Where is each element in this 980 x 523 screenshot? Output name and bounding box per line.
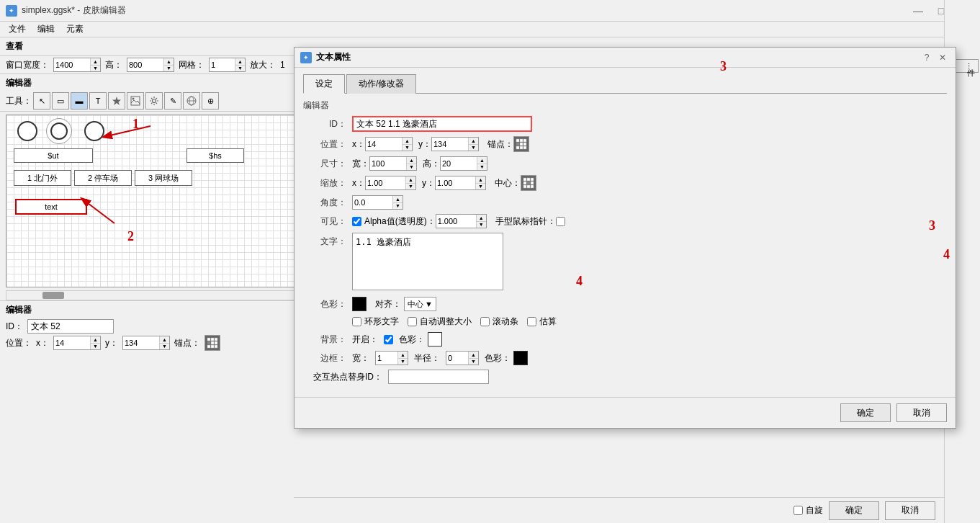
dialog-color-row: 色彩： 对齐： 中心 ▼ [303, 297, 947, 311]
estimate-label[interactable]: 估算 [527, 316, 557, 328]
dialog-alpha-down[interactable]: ▼ [477, 222, 486, 228]
dialog-border-radius-field[interactable] [446, 352, 468, 365]
dialog-x-down[interactable]: ▼ [403, 145, 412, 151]
dialog-y-up[interactable]: ▲ [469, 138, 478, 145]
svg-rect-34 [523, 146, 526, 149]
dialog-visible-checkbox[interactable] [352, 217, 361, 226]
dialog-close-btn[interactable]: ✕ [935, 51, 950, 64]
dialog-confirm-btn[interactable]: 确定 [840, 403, 891, 422]
dialog-alpha-input[interactable]: ▲ ▼ [436, 214, 487, 228]
dialog-x-input[interactable]: ▲ ▼ [365, 137, 413, 151]
svg-rect-43 [531, 185, 534, 188]
dialog-text-area[interactable] [352, 233, 503, 290]
dialog-border-width-label: 宽： [352, 352, 369, 365]
dialog-border-color-swatch[interactable] [513, 351, 528, 365]
dialog-scale-y-input[interactable]: ▲ ▼ [435, 176, 486, 190]
dialog-border-radius-label: 半径： [414, 352, 440, 365]
dialog-height-up[interactable]: ▲ [477, 157, 487, 164]
svg-rect-33 [520, 146, 523, 149]
dialog-border-width-up[interactable]: ▲ [398, 352, 408, 359]
dialog-width-down[interactable]: ▼ [407, 164, 416, 171]
dialog-cursor-checkbox[interactable] [556, 217, 565, 226]
tab-actions[interactable]: 动作/修改器 [346, 74, 416, 94]
dialog-visible-row: 可见： Alpha值(透明度)： ▲ ▼ 手型鼠标指针： [303, 214, 947, 228]
dialog-bg-open-check-label[interactable] [384, 335, 393, 344]
dialog-title-bar: ✦ 文本属性 ? ✕ [295, 48, 956, 68]
dialog-scale-label: 缩放： [303, 177, 346, 189]
dialog-scale-y-down[interactable]: ▼ [476, 184, 485, 190]
dialog-cancel-btn[interactable]: 取消 [896, 403, 947, 422]
dialog-width-up[interactable]: ▲ [407, 157, 416, 164]
dialog-height-field[interactable] [441, 157, 477, 170]
dialog-overlay: ✦ 文本属性 ? ✕ 设定 动作/修改器 编辑器 ID： [0, 0, 980, 523]
auto-resize-checkbox[interactable] [408, 317, 417, 326]
dialog-align-value: 中心 [408, 299, 423, 310]
dialog-x-label: x： [352, 138, 365, 151]
svg-rect-35 [523, 178, 526, 181]
dialog-help-btn[interactable]: ? [920, 51, 934, 64]
circular-text-text: 环形文字 [364, 316, 399, 328]
dialog-y-label: y： [418, 138, 431, 151]
dialog-border-radius-input[interactable]: ▲ ▼ [446, 351, 479, 365]
dialog-y-input[interactable]: ▲ ▼ [431, 137, 479, 151]
dialog-color-swatch[interactable] [352, 297, 367, 311]
dialog-border-width-field[interactable] [376, 352, 397, 365]
dialog-height-down[interactable]: ▼ [477, 164, 487, 171]
dialog-scale-y-up[interactable]: ▲ [476, 176, 485, 184]
dialog-id-field[interactable] [352, 116, 532, 132]
dialog-width-label: 宽： [352, 158, 369, 170]
dialog-height-input[interactable]: ▲ ▼ [440, 156, 487, 171]
dialog-border-radius-up[interactable]: ▲ [469, 352, 478, 359]
dialog-id-row: ID： [303, 116, 947, 132]
scrollbar-text: 滚动条 [493, 316, 518, 328]
dialog-visible-checkbox-label[interactable] [352, 217, 361, 226]
dialog-scale-x-up[interactable]: ▲ [406, 176, 415, 184]
dialog-alpha-field[interactable] [436, 215, 476, 228]
dialog-alpha-up[interactable]: ▲ [477, 215, 486, 222]
circular-text-checkbox[interactable] [352, 317, 361, 326]
dialog-scale-row: 缩放： x： ▲ ▼ y： ▲ ▼ [303, 175, 947, 191]
dialog-border-row: 边框： 宽： ▲ ▼ 半径： ▲ ▼ [303, 351, 947, 365]
dialog-title: 文本属性 [316, 51, 920, 63]
dialog-angle-up[interactable]: ▲ [393, 196, 403, 203]
dialog-checkboxes-row: 环形文字 自动调整大小 滚动条 估算 [352, 316, 947, 328]
svg-rect-42 [527, 185, 530, 188]
dialog-bg-color-swatch[interactable] [428, 332, 442, 347]
dialog-anchor-btn[interactable] [513, 136, 529, 152]
dialog-text-row: 文字： 3 4 [303, 233, 947, 292]
dialog-scale-x-field[interactable] [366, 176, 405, 189]
dialog-align-select[interactable]: 中心 ▼ [404, 297, 436, 311]
dialog-angle-field[interactable] [353, 196, 392, 209]
estimate-checkbox[interactable] [527, 317, 536, 326]
annotation-4: 4 [943, 247, 950, 262]
dialog-width-field[interactable] [370, 157, 406, 170]
dialog-scale-y-field[interactable] [436, 176, 475, 189]
dialog-hotspot-label: 交互热点替身ID： [303, 371, 382, 383]
auto-resize-label[interactable]: 自动调整大小 [408, 316, 472, 328]
dialog-center-label: 中心： [495, 177, 521, 189]
circular-text-label[interactable]: 环形文字 [352, 316, 399, 328]
scrollbar-label[interactable]: 滚动条 [480, 316, 518, 328]
dialog-y-field[interactable] [432, 138, 468, 151]
dialog-angle-input[interactable]: ▲ ▼ [352, 195, 403, 210]
dialog-scale-x-down[interactable]: ▼ [406, 184, 415, 190]
dialog-bg-open-checkbox[interactable] [384, 335, 393, 344]
estimate-text: 估算 [539, 316, 557, 328]
dialog-x-field[interactable] [366, 138, 402, 151]
svg-rect-30 [520, 143, 523, 146]
dialog-border-radius-down[interactable]: ▼ [469, 359, 478, 365]
dialog-border-width-down[interactable]: ▼ [398, 359, 408, 365]
tab-settings[interactable]: 设定 [303, 74, 345, 94]
dialog-center-btn[interactable] [521, 175, 536, 191]
dialog-icon: ✦ [300, 52, 312, 63]
dialog-hotspot-field[interactable] [388, 370, 489, 384]
dialog-border-width-input[interactable]: ▲ ▼ [375, 351, 408, 365]
dialog-y-down[interactable]: ▼ [469, 145, 478, 151]
dialog-scale-x-input[interactable]: ▲ ▼ [365, 176, 416, 190]
dialog-width-input[interactable]: ▲ ▼ [369, 156, 417, 171]
dialog-angle-down[interactable]: ▼ [393, 203, 403, 210]
scrollbar-checkbox[interactable] [480, 317, 490, 326]
dialog-text-area-container: 3 4 [352, 233, 503, 292]
svg-rect-38 [523, 182, 526, 184]
dialog-x-up[interactable]: ▲ [403, 138, 412, 145]
